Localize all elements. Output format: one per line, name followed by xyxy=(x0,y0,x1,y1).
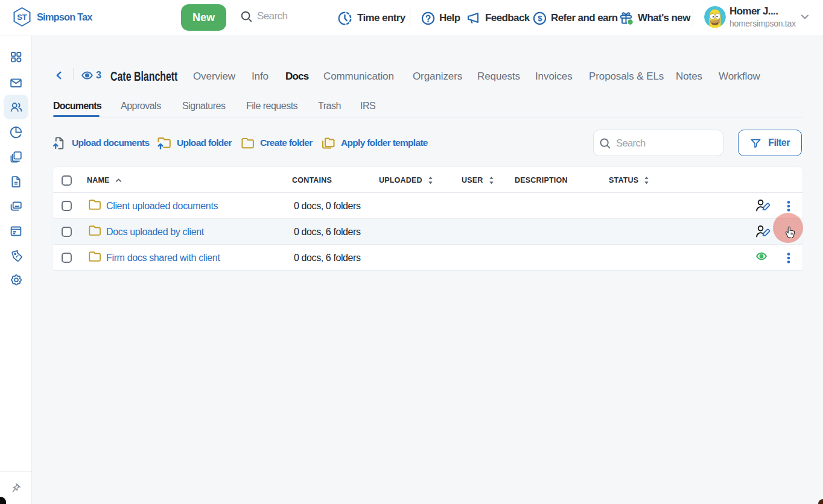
svg-text:$: $ xyxy=(538,13,542,22)
svg-text:ST: ST xyxy=(17,13,27,22)
